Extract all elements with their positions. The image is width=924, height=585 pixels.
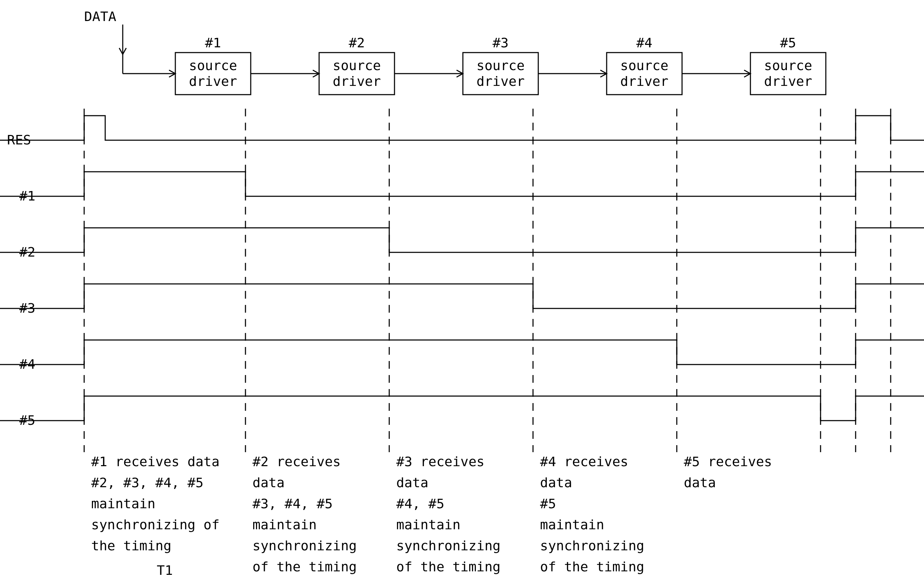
note-col-2: maintain: [252, 517, 317, 532]
driver-box-text2: driver: [333, 74, 381, 89]
note-col-2: of the timing: [252, 559, 356, 575]
note-col-2: #2 receives: [252, 454, 341, 469]
note-col-4: #5: [540, 496, 556, 511]
note-col-2: #3, #4, #5: [252, 496, 333, 511]
t1-label: T1: [157, 563, 173, 578]
driver-box-label: #3: [493, 35, 509, 51]
signal-waveform-1: [0, 172, 924, 196]
note-col-3: data: [396, 475, 429, 490]
note-col-3: maintain: [396, 517, 460, 532]
driver-box-text1: source: [477, 58, 525, 73]
signal-waveform-3: [0, 284, 924, 308]
note-col-3: synchronizing: [396, 538, 500, 554]
driver-box-text1: source: [764, 58, 812, 73]
driver-box-label: #2: [349, 35, 365, 51]
note-col-4: maintain: [540, 517, 604, 532]
note-col-1: maintain: [91, 496, 155, 511]
driver-box-text2: driver: [764, 74, 812, 89]
note-col-4: synchronizing: [540, 538, 644, 554]
driver-box-label: #4: [637, 35, 653, 51]
note-col-1: #1 receives data: [91, 454, 219, 469]
note-col-3: of the timing: [396, 559, 500, 575]
note-col-2: data: [252, 475, 285, 490]
driver-box-text1: source: [189, 58, 237, 73]
note-col-4: of the timing: [540, 559, 644, 575]
data-label: DATA: [84, 9, 116, 24]
note-col-1: #2, #3, #4, #5: [91, 475, 203, 490]
driver-box-text2: driver: [189, 74, 237, 89]
note-col-3: #3 receives: [396, 454, 485, 469]
driver-box-label: #1: [205, 35, 221, 51]
driver-box-text2: driver: [477, 74, 525, 89]
signal-waveform-4: [0, 340, 924, 364]
note-col-2: synchronizing: [252, 538, 356, 554]
note-col-4: #4 receives: [540, 454, 629, 469]
driver-box-text1: source: [620, 58, 668, 73]
signal-waveform-5: [0, 396, 924, 420]
note-col-5: data: [684, 475, 716, 490]
note-col-1: synchronizing of: [91, 517, 219, 532]
note-col-1: the timing: [91, 538, 172, 554]
driver-box-label: #5: [780, 35, 796, 51]
note-col-3: #4, #5: [396, 496, 444, 511]
signal-waveform-2: [0, 228, 924, 252]
driver-box-text1: source: [333, 58, 381, 73]
note-col-5: #5 receives: [684, 454, 772, 469]
driver-box-text2: driver: [620, 74, 668, 89]
res-waveform: [0, 116, 924, 140]
note-col-4: data: [540, 475, 572, 490]
